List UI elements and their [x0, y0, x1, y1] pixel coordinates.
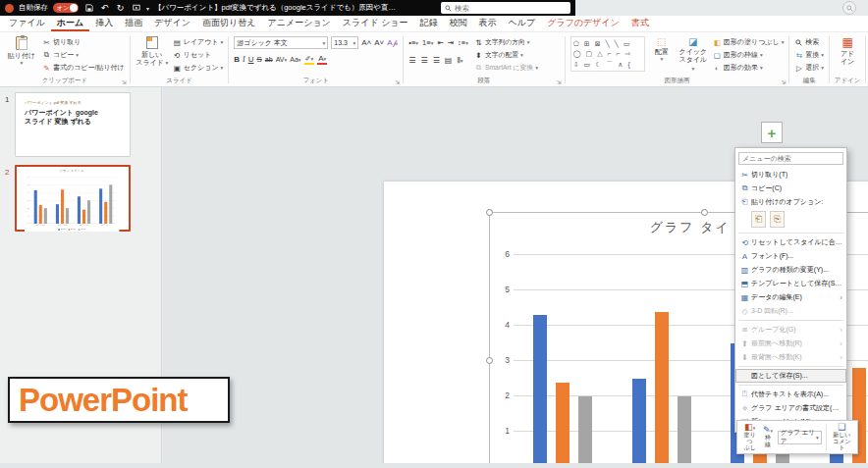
- bar-series-2[interactable]: [655, 312, 669, 467]
- menu-item-font[interactable]: Aフォント(F)...: [735, 249, 846, 263]
- new-comment-button[interactable]: ❑ 新しい コメント: [829, 423, 855, 452]
- paste-button[interactable]: 貼り付け ▾: [5, 34, 38, 67]
- redo-icon[interactable]: ↻: [115, 2, 126, 14]
- menu-item-format-chart-area[interactable]: ✧グラフ エリアの書式設定(F)...: [735, 401, 846, 415]
- font-name-combo[interactable]: 游ゴシック 本文▾: [234, 36, 328, 49]
- tab-file[interactable]: ファイル: [3, 16, 51, 31]
- bar-series-1[interactable]: [56, 204, 59, 224]
- drawing-dialog-launcher-icon[interactable]: ⇲: [781, 78, 786, 85]
- clipboard-dialog-launcher-icon[interactable]: ⇲: [122, 78, 127, 85]
- bar-series-2[interactable]: [104, 202, 107, 224]
- clear-formatting-button[interactable]: A𝓅: [387, 36, 398, 49]
- tab-insert[interactable]: 挿入: [89, 16, 119, 31]
- quick-styles-button[interactable]: ◪ クイック スタイル ▾: [678, 34, 708, 73]
- paragraph-dialog-launcher-icon[interactable]: ⇲: [557, 78, 562, 85]
- numbering-button[interactable]: 1≡▾: [422, 38, 433, 47]
- italic-button[interactable]: I: [243, 55, 245, 64]
- menu-item-paste-options[interactable]: ⎗貼り付けのオプション:: [735, 195, 846, 209]
- decrease-indent-button[interactable]: ⇤: [437, 38, 443, 47]
- menu-item-view-alt-text[interactable]: ⍞代替テキストを表示(A)...: [735, 388, 846, 401]
- quick-access-caret-icon[interactable]: ▾: [146, 5, 149, 12]
- line-spacing-button[interactable]: ↕≡▾: [458, 38, 468, 47]
- bar-series-2[interactable]: [82, 210, 85, 224]
- align-right-button[interactable]: ☰: [433, 56, 440, 65]
- align-left-button[interactable]: ☰: [408, 56, 415, 65]
- font-size-combo[interactable]: 13.3▾: [331, 36, 358, 49]
- tab-format[interactable]: 書式: [625, 16, 655, 31]
- increase-indent-button[interactable]: ⇥: [448, 38, 454, 47]
- bar-series-2[interactable]: [39, 205, 42, 224]
- format-painter-button[interactable]: ✎書式のコピー/貼り付け: [42, 62, 125, 74]
- menu-item-copy[interactable]: ⧉コピー(C): [735, 182, 846, 195]
- legend-item[interactable]: 系列2: [69, 229, 76, 232]
- shape-outline-button[interactable]: ▢図形の枠線▾: [713, 49, 785, 61]
- browser-search-icon[interactable]: [842, 1, 856, 15]
- paste-option-keep-source-formatting-icon[interactable]: ⎗: [751, 211, 766, 228]
- new-slide-button[interactable]: 新しい スライド ▾: [136, 34, 169, 68]
- bold-button[interactable]: B: [234, 55, 240, 64]
- bar-series-1[interactable]: [78, 196, 81, 224]
- chart-elements-button[interactable]: +: [761, 122, 783, 143]
- select-button[interactable]: ▷選択▾: [794, 62, 824, 74]
- replace-button[interactable]: ⇆置換▾: [794, 49, 824, 61]
- shrink-font-button[interactable]: A˅: [374, 36, 384, 49]
- reset-button[interactable]: ⟲リセット: [173, 49, 224, 61]
- underline-button[interactable]: U: [248, 55, 254, 64]
- copy-button[interactable]: ⧉コピー▾: [42, 49, 125, 61]
- legend-item[interactable]: 系列3: [79, 229, 85, 232]
- fill-button[interactable]: ◧▾ 塗りつ ぶし: [739, 423, 760, 452]
- character-spacing-button[interactable]: AV▾: [276, 56, 288, 63]
- search-box[interactable]: [441, 2, 570, 14]
- bar-series-2[interactable]: [61, 189, 64, 224]
- justify-button[interactable]: ▤: [445, 56, 453, 65]
- start-presentation-icon[interactable]: [131, 2, 141, 14]
- bar-series-1[interactable]: [99, 188, 102, 224]
- save-icon[interactable]: [83, 2, 94, 14]
- bullets-button[interactable]: •≡▾: [408, 38, 418, 47]
- tab-chart-design[interactable]: グラフのデザイン: [541, 16, 625, 31]
- find-button[interactable]: 検索: [794, 36, 824, 48]
- align-center-button[interactable]: ☰: [420, 56, 427, 65]
- tab-draw[interactable]: 描画: [119, 16, 148, 31]
- font-dialog-launcher-icon[interactable]: ⇲: [395, 78, 400, 85]
- resize-handle-middle-left[interactable]: [486, 357, 493, 364]
- chart-element-selector[interactable]: グラフ エリア ▾: [778, 431, 822, 444]
- tab-home[interactable]: ホーム: [51, 16, 89, 31]
- menu-item-3d-rotation[interactable]: ◇3-D 回転(R)...: [735, 304, 846, 318]
- shapes-gallery[interactable]: ⬠ ⊞ ⊠ ╲ ╲ ▭ ◯ ▢ △ ⌐ ⌐ ⇨ ⇩ ▭ ☾ ⌒ ∧ {: [570, 36, 645, 72]
- bar-series-3[interactable]: [678, 396, 691, 467]
- undo-icon[interactable]: ↶: [99, 2, 110, 14]
- font-color-button[interactable]: A▾: [317, 54, 327, 65]
- menu-item-change-chart-type[interactable]: ▥グラフの種類の変更(Y)...: [735, 263, 846, 277]
- menu-item-group[interactable]: ⧈グループ化(G)›: [735, 323, 846, 337]
- arrange-button[interactable]: ⬚ 配置▾: [650, 34, 674, 63]
- tab-record[interactable]: 記録: [414, 16, 444, 31]
- tab-transitions[interactable]: 画面切り替え: [196, 16, 261, 31]
- menu-search-box[interactable]: [738, 152, 843, 165]
- menu-item-edit-data[interactable]: ▦データの編集(E)›: [735, 290, 846, 304]
- autosave-toggle[interactable]: オン: [53, 3, 79, 13]
- convert-smartart-button[interactable]: ⧉SmartArt に変換▾: [474, 62, 538, 74]
- bar-series-2[interactable]: [556, 383, 570, 467]
- chart-title[interactable]: グラフ タイトル: [25, 168, 119, 175]
- columns-button[interactable]: ⫴▾: [457, 56, 462, 66]
- align-text-button[interactable]: ⬍文字の配置▾: [474, 49, 538, 61]
- resize-handle-top-left[interactable]: [486, 209, 493, 216]
- menu-item-reset-to-match-style[interactable]: ⟲リセットしてスタイルに合わせる(A): [735, 235, 846, 249]
- bar-series-1[interactable]: [34, 190, 37, 224]
- search-input[interactable]: [455, 4, 553, 13]
- resize-handle-top-middle[interactable]: [701, 209, 708, 216]
- bar-series-1[interactable]: [533, 315, 547, 467]
- legend-item[interactable]: 系列1: [58, 229, 65, 232]
- text-shadow-button[interactable]: ab: [265, 56, 273, 63]
- bar-series-3[interactable]: [109, 184, 112, 224]
- strikethrough-button[interactable]: S: [257, 55, 262, 64]
- shape-fill-button[interactable]: ◧図形の塗りつぶし▾: [713, 36, 785, 48]
- menu-search-input[interactable]: [742, 155, 840, 162]
- paste-option-picture-icon[interactable]: ⎘: [770, 211, 785, 228]
- tab-design[interactable]: デザイン: [148, 16, 196, 31]
- layout-button[interactable]: ▤レイアウト▾: [173, 36, 224, 48]
- document-title[interactable]: 【パワーポイント】pdf変換でずれる（googleスライドでも）原因や直し方・保…: [154, 3, 398, 13]
- highlight-color-button[interactable]: ✐▾: [304, 55, 315, 65]
- text-direction-button[interactable]: ⇅文字列の方向▾: [474, 36, 538, 48]
